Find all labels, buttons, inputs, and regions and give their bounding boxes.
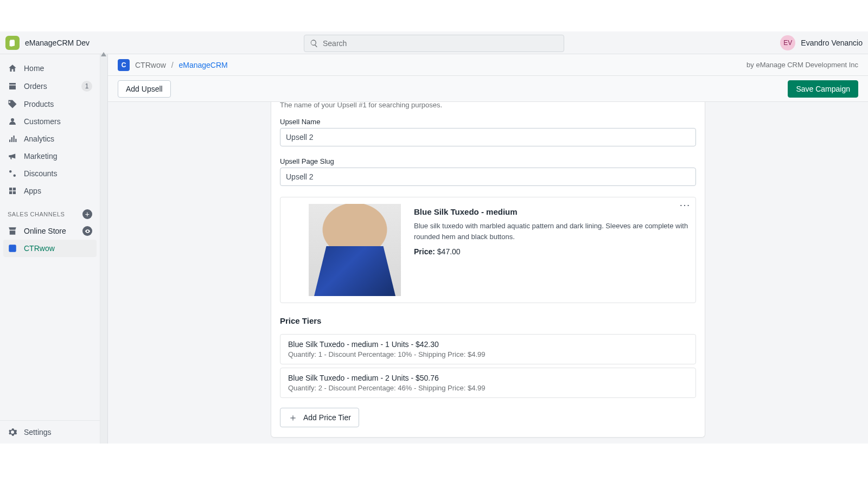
megaphone-icon: [8, 151, 17, 161]
analytics-icon: [8, 134, 17, 144]
sidebar-item-products[interactable]: Products: [0, 95, 100, 113]
tag-icon: [8, 99, 17, 109]
sidebar-item-label: Analytics: [24, 134, 54, 143]
upsell-slug-label: Upsell Page Slug: [280, 157, 696, 165]
settings-label: Settings: [24, 428, 52, 436]
upsell-name-input[interactable]: [280, 128, 696, 146]
product-actions-menu[interactable]: ⋯: [679, 198, 691, 211]
user-menu[interactable]: EV Evandro Venancio: [780, 35, 863, 50]
store-icon: [8, 226, 17, 236]
app-byline: by eManage CRM Development Inc: [746, 61, 858, 69]
plus-icon: ＋: [288, 413, 298, 422]
sidebar-item-label: Products: [24, 100, 54, 108]
tier-title: Blue Silk Tuxedo - medium - 1 Units - $4…: [288, 340, 688, 349]
upsell1-hint: The name of your Upsell #1 for searching…: [271, 102, 705, 114]
tier-detail: Quantify: 2 - Discount Percentage: 46% -…: [288, 384, 688, 392]
product-price: Price: $47.00: [414, 247, 689, 256]
sidebar-item-label: Apps: [24, 187, 41, 195]
save-campaign-button[interactable]: Save Campaign: [788, 80, 858, 98]
apps-icon: [8, 186, 17, 196]
ctrwow-logo-icon: C: [118, 59, 130, 71]
sidebar-resize-handle[interactable]: [100, 54, 108, 444]
main-area: C CTRwow / eManageCRM by eManage CRM Dev…: [108, 54, 868, 444]
app-icon: [8, 243, 17, 253]
sidebar-item-marketing[interactable]: Marketing: [0, 147, 100, 165]
toolbar: Add Upsell Save Campaign: [108, 76, 868, 102]
home-icon: [8, 63, 17, 73]
view-store-icon[interactable]: [82, 226, 92, 236]
price-tier-row[interactable]: Blue Silk Tuxedo - medium - 1 Units - $4…: [280, 334, 696, 364]
gear-icon: [8, 427, 17, 437]
sidebar-item-discounts[interactable]: Discounts: [0, 165, 100, 182]
add-channel-icon[interactable]: +: [82, 209, 92, 219]
channel-ctrwow[interactable]: CTRwow: [3, 240, 97, 257]
channel-online-store[interactable]: Online Store: [0, 222, 100, 240]
product-description: Blue silk tuxedo with marbled aquatic pa…: [414, 221, 689, 242]
sales-channels-header: SALES CHANNELS +: [0, 200, 100, 222]
orders-icon: [8, 81, 17, 91]
sidebar-item-home[interactable]: Home: [0, 60, 100, 77]
shopify-logo-icon: [5, 36, 20, 50]
sidebar: Home Orders 1 Products Customers Analyti…: [0, 54, 100, 444]
percent-icon: [8, 169, 17, 178]
search-icon: [310, 39, 318, 48]
add-price-tier-button[interactable]: ＋ Add Price Tier: [280, 408, 359, 427]
crumb-parent[interactable]: CTRwow: [135, 61, 166, 69]
app-header: C CTRwow / eManageCRM by eManage CRM Dev…: [108, 54, 868, 76]
user-name: Evandro Venancio: [801, 38, 863, 47]
tier-title: Blue Silk Tuxedo - medium - 2 Units - $5…: [288, 374, 688, 382]
upsell1-card: The name of your Upsell #1 for searching…: [271, 102, 705, 438]
sidebar-item-label: Marketing: [24, 152, 57, 160]
section-label: SALES CHANNELS: [8, 211, 65, 217]
crumb-current: eManageCRM: [178, 61, 227, 69]
product-card: Blue Silk Tuxedo - medium Blue silk tuxe…: [280, 197, 696, 303]
sidebar-item-customers[interactable]: Customers: [0, 113, 100, 130]
sidebar-item-label: Orders: [24, 82, 47, 91]
shop-name: eManageCRM Dev: [25, 38, 90, 47]
sidebar-item-orders[interactable]: Orders 1: [0, 77, 100, 95]
upsell-slug-input[interactable]: [280, 168, 696, 186]
sidebar-item-label: Customers: [24, 117, 61, 126]
search-input[interactable]: Search: [304, 35, 564, 52]
svg-rect-0: [9, 245, 16, 252]
tier-detail: Quantify: 1 - Discount Percentage: 10% -…: [288, 350, 688, 358]
product-image: [309, 204, 401, 296]
top-bar: eManageCRM Dev Search EV Evandro Venanci…: [0, 31, 868, 54]
channel-label: Online Store: [24, 227, 66, 235]
person-icon: [8, 117, 17, 126]
product-title: Blue Silk Tuxedo - medium: [414, 207, 689, 216]
breadcrumb: CTRwow / eManageCRM: [135, 61, 228, 69]
sidebar-item-label: Discounts: [24, 169, 57, 178]
sidebar-item-label: Home: [24, 64, 44, 73]
sidebar-item-analytics[interactable]: Analytics: [0, 130, 100, 147]
orders-badge: 1: [81, 81, 92, 92]
price-tiers-title: Price Tiers: [271, 312, 705, 331]
add-upsell-button[interactable]: Add Upsell: [118, 80, 171, 98]
add-tier-label: Add Price Tier: [303, 413, 351, 422]
content-scroll[interactable]: The name of your Upsell #1 for searching…: [108, 102, 868, 444]
channel-label: CTRwow: [24, 244, 55, 253]
sidebar-settings[interactable]: Settings: [0, 420, 100, 444]
price-tier-row[interactable]: Blue Silk Tuxedo - medium - 2 Units - $5…: [280, 368, 696, 398]
avatar: EV: [780, 35, 795, 50]
upsell-name-label: Upsell Name: [280, 118, 696, 126]
search-placeholder: Search: [323, 39, 347, 48]
sidebar-item-apps[interactable]: Apps: [0, 182, 100, 200]
